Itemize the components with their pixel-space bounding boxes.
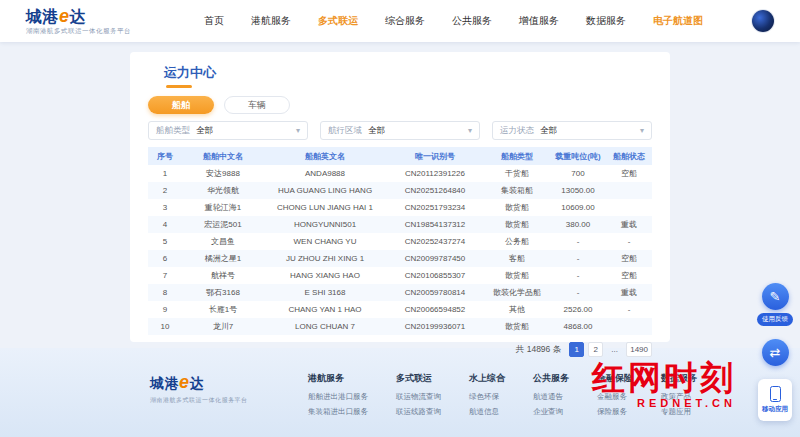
nav-item[interactable]: 多式联运 [318, 14, 358, 28]
nav-item[interactable]: 港航服务 [251, 14, 291, 28]
filter-select[interactable]: 运力状态全部▾ [492, 121, 652, 140]
table-row: 3重轮江海1CHONG LUN JIANG HAI 1CN20251793234… [148, 199, 652, 216]
table-cell: JU ZHOU ZHI XING 1 [264, 250, 386, 267]
brand-tagline: 湖南港航多式联运一体化服务平台 [26, 28, 164, 35]
table-cell: - [606, 301, 652, 318]
footer-link[interactable]: 航道信息 [469, 407, 505, 417]
tab-ship[interactable]: 船舶 [148, 96, 214, 114]
table-cell: - [550, 284, 606, 301]
table-cell: 8 [148, 284, 182, 301]
footer-link[interactable]: 航道通告 [533, 392, 569, 402]
footer-column-title: 水上综合 [469, 372, 505, 385]
footer-logo: 城港e达 湖南港航多式联运一体化服务平台 [150, 372, 308, 437]
chevron-down-icon: ▾ [468, 126, 472, 135]
table-cell: 重轮江海1 [182, 199, 264, 216]
table-cell: 其他 [484, 301, 550, 318]
table-cell: WEN CHANG YU [264, 233, 386, 250]
footer-column-title: 公共服务 [533, 372, 569, 385]
footer-logo-text: 城港e达 [150, 372, 308, 393]
table-cell: E SHI 3168 [264, 284, 386, 301]
table-cell: 4868.00 [550, 318, 606, 335]
table-cell: 航祥号 [182, 267, 264, 284]
table-row: 5文昌鱼WEN CHANG YUCN20252437274公务船-- [148, 233, 652, 250]
table-cell [606, 199, 652, 216]
footer-link[interactable]: 保险服务 [597, 407, 633, 417]
table-cell: 10 [148, 318, 182, 335]
table-cell: ANDA9888 [264, 165, 386, 182]
chevron-down-icon: ▾ [296, 126, 300, 135]
footer-column-title: 多式联运 [396, 372, 441, 385]
nav-item[interactable]: 综合服务 [385, 14, 425, 28]
table-column-header: 唯一识别号 [386, 147, 484, 165]
capacity-center-card: 运力中心 船舶 车辆 船舶类型全部▾航行区域全部▾运力状态全部▾ 序号船舶中文名… [130, 52, 670, 342]
table-cell: 380.00 [550, 216, 606, 233]
footer-column-title: 金融保险 [597, 372, 633, 385]
table-cell: CN20066594852 [386, 301, 484, 318]
footer-link[interactable]: 联运物流查询 [396, 392, 441, 402]
table-cell: 长雁1号 [182, 301, 264, 318]
nav-items: 首页港航服务多式联运综合服务公共服务增值服务数据服务电子航道图 [204, 14, 703, 28]
table-cell: CN20059780814 [386, 284, 484, 301]
table-cell: 7 [148, 267, 182, 284]
quick-switch-button[interactable]: ⇄ [762, 339, 789, 366]
table-cell: CN20199936071 [386, 318, 484, 335]
floating-action-stack: ✎ 使用反馈 ⇄ 移动应用 [755, 283, 795, 421]
table-cell: 空船 [606, 267, 652, 284]
footer-columns: 港航服务船舶进出港口服务集装箱进出口服务多式联运联运物流查询联运线路查询水上综合… [308, 372, 697, 437]
filter-value: 全部 [196, 125, 213, 137]
nav-item[interactable]: 数据服务 [586, 14, 626, 28]
footer-link[interactable]: 集装箱进出口服务 [308, 407, 368, 417]
table-cell: HONGYUNNI501 [264, 216, 386, 233]
user-avatar[interactable] [752, 10, 774, 32]
pagination: 共 14896 条 12...1490 [148, 342, 652, 357]
table-header-row: 序号船舶中文名船舶英文名唯一识别号船舶类型载重吨位(吨)船舶状态 [148, 147, 652, 165]
table-cell: 2526.00 [550, 301, 606, 318]
filter-select[interactable]: 船舶类型全部▾ [148, 121, 308, 140]
footer-link[interactable]: 企业查询 [533, 407, 569, 417]
footer-link[interactable]: 船舶进出港口服务 [308, 392, 368, 402]
nav-item[interactable]: 公共服务 [452, 14, 492, 28]
table-cell: 空船 [606, 250, 652, 267]
table-column-header: 船舶中文名 [182, 147, 264, 165]
table-cell: 龙川7 [182, 318, 264, 335]
page-button[interactable]: 1 [569, 342, 584, 357]
table-cell [606, 182, 652, 199]
page-button[interactable]: 2 [588, 342, 603, 357]
footer-link[interactable]: 联运线路查询 [396, 407, 441, 417]
top-navbar: 城港e达 湖南港航多式联运一体化服务平台 首页港航服务多式联运综合服务公共服务增… [0, 0, 800, 42]
footer-link[interactable]: 绿色环保 [469, 392, 505, 402]
nav-item[interactable]: 首页 [204, 14, 224, 28]
title-accent-bar [166, 85, 192, 88]
table-row: 4宏运泥501HONGYUNNI501CN19854137312散货船380.0… [148, 216, 652, 233]
footer-column: 公共服务航道通告企业查询 [533, 372, 569, 437]
footer-link[interactable]: 金融服务 [597, 392, 633, 402]
tab-vehicle[interactable]: 车辆 [224, 96, 290, 114]
footer-column: 金融保险金融服务保险服务 [597, 372, 633, 437]
table-cell: 3 [148, 199, 182, 216]
feedback-button[interactable]: ✎ [762, 283, 789, 310]
mobile-app-button[interactable]: 移动应用 [758, 379, 792, 421]
feedback-label[interactable]: 使用反馈 [757, 313, 793, 326]
page-button[interactable]: 1490 [626, 342, 652, 357]
footer-column: 多式联运联运物流查询联运线路查询 [396, 372, 441, 437]
brand-part2: 达 [70, 8, 87, 25]
nav-item[interactable]: 增值服务 [519, 14, 559, 28]
table-cell: 重载 [606, 284, 652, 301]
footer-brand-part1: 城港 [150, 375, 179, 391]
table-cell: 13050.00 [550, 182, 606, 199]
footer-link[interactable]: 政策产品 [661, 392, 697, 402]
page-title: 运力中心 [164, 64, 652, 82]
footer-link[interactable]: 专题应用 [661, 407, 697, 417]
nav-item[interactable]: 电子航道图 [653, 14, 703, 28]
table-cell: - [550, 233, 606, 250]
footer-brand-e: e [179, 372, 190, 392]
table-cell: 华光领航 [182, 182, 264, 199]
table-cell: 宏运泥501 [182, 216, 264, 233]
table-cell: 散货船 [484, 216, 550, 233]
footer-brand-part2: 达 [190, 375, 205, 391]
footer-column: 数据服务政策产品专题应用 [661, 372, 697, 437]
table-column-header: 载重吨位(吨) [550, 147, 606, 165]
table-row: 6橘洲之星1JU ZHOU ZHI XING 1CN20099787450客船-… [148, 250, 652, 267]
transfer-arrows-icon: ⇄ [770, 345, 781, 360]
filter-select[interactable]: 航行区域全部▾ [320, 121, 480, 140]
